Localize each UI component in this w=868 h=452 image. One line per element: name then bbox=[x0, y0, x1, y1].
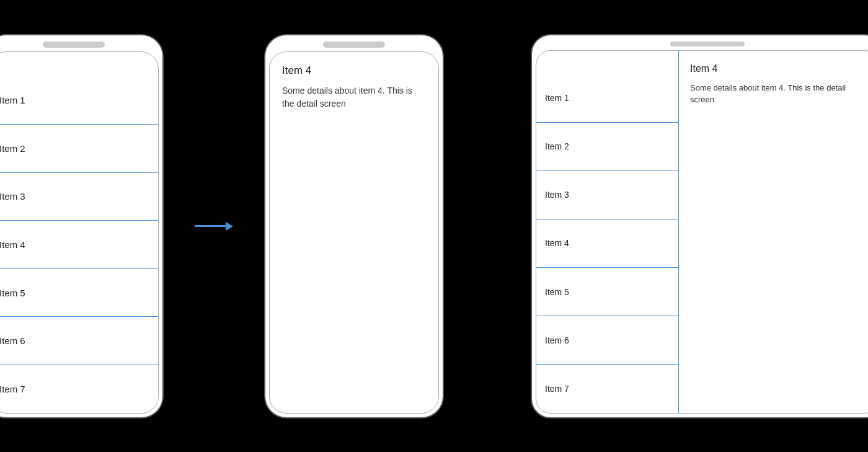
list-item[interactable]: Item 6 bbox=[0, 317, 158, 365]
list-item-label: Item 2 bbox=[0, 143, 25, 154]
tablet-list-item-label: Item 4 bbox=[545, 238, 569, 248]
list-item[interactable]: Item 4 bbox=[0, 221, 158, 269]
tablet-list-item-label: Item 6 bbox=[545, 335, 569, 345]
tablet-detail-pane: Item 4 Some details about item 4. This i… bbox=[679, 51, 868, 413]
tablet-list-item[interactable]: Item 6 bbox=[536, 316, 678, 365]
tablet-inner: Item 1 Item 2 Item 3 Item 4 Item 5 Item … bbox=[536, 50, 868, 414]
list-item-label: Item 5 bbox=[0, 288, 25, 298]
tablet-list-item-label: Item 1 bbox=[545, 93, 569, 103]
diagrams-container: Item 1 Item 2 Item 3 Item 4 Item 5 Item … bbox=[0, 34, 868, 419]
list-item[interactable]: Item 7 bbox=[0, 365, 158, 413]
list-item[interactable]: Item 1 bbox=[0, 77, 158, 125]
tablet-list-item-label: Item 2 bbox=[545, 141, 569, 151]
arrow bbox=[195, 222, 233, 231]
tablet-notch bbox=[670, 42, 745, 47]
detail-title: Item 4 bbox=[282, 64, 426, 77]
list-item-label: Item 6 bbox=[0, 335, 25, 346]
detail-body: Some details about item 4. This is the d… bbox=[282, 84, 426, 110]
list-item-label: Item 4 bbox=[0, 239, 25, 250]
phone-detail-mockup: Item 4 Some details about item 4. This i… bbox=[264, 34, 444, 419]
tablet-list-item-label: Item 3 bbox=[545, 190, 569, 200]
tablet-list-item-label: Item 5 bbox=[545, 287, 569, 297]
arrow-line bbox=[195, 225, 226, 227]
detail-phone-inner: Item 4 Some details about item 4. This i… bbox=[269, 51, 439, 414]
tablet-mockup: Item 1 Item 2 Item 3 Item 4 Item 5 Item … bbox=[531, 34, 868, 419]
tablet-list-item[interactable]: Item 4 bbox=[536, 219, 678, 268]
list-item-label: Item 7 bbox=[0, 384, 25, 394]
list-item-label: Item 1 bbox=[0, 95, 25, 105]
phone-list: Item 1 Item 2 Item 3 Item 4 Item 5 Item … bbox=[0, 77, 158, 413]
tablet-list-item[interactable]: Item 2 bbox=[536, 123, 678, 171]
navigation-arrow bbox=[195, 222, 233, 231]
list-item[interactable]: Item 5 bbox=[0, 269, 158, 317]
phone-header-space bbox=[0, 52, 158, 77]
tablet-list-item[interactable]: Item 5 bbox=[536, 268, 678, 316]
arrow-head bbox=[226, 222, 233, 231]
tablet-list-pane: Item 1 Item 2 Item 3 Item 4 Item 5 Item … bbox=[536, 51, 679, 413]
tablet-list-item-label: Item 7 bbox=[545, 384, 569, 394]
tablet-list-header bbox=[536, 51, 678, 74]
tablet-list-item[interactable]: Item 7 bbox=[536, 365, 678, 412]
tablet-list-item[interactable]: Item 1 bbox=[536, 74, 678, 123]
tablet-detail-body: Some details about item 4. This is the d… bbox=[690, 82, 867, 106]
list-item[interactable]: Item 3 bbox=[0, 173, 158, 221]
tablet-list-item[interactable]: Item 3 bbox=[536, 171, 678, 219]
tablet-detail-title: Item 4 bbox=[690, 63, 867, 74]
phone-list-mockup: Item 1 Item 2 Item 3 Item 4 Item 5 Item … bbox=[0, 34, 164, 419]
list-item-label: Item 3 bbox=[0, 191, 25, 202]
phone-notch bbox=[43, 42, 105, 48]
list-item[interactable]: Item 2 bbox=[0, 125, 158, 173]
tablet-list: Item 1 Item 2 Item 3 Item 4 Item 5 Item … bbox=[536, 74, 678, 413]
phone-notch bbox=[323, 42, 385, 48]
phone-inner: Item 1 Item 2 Item 3 Item 4 Item 5 Item … bbox=[0, 51, 159, 414]
